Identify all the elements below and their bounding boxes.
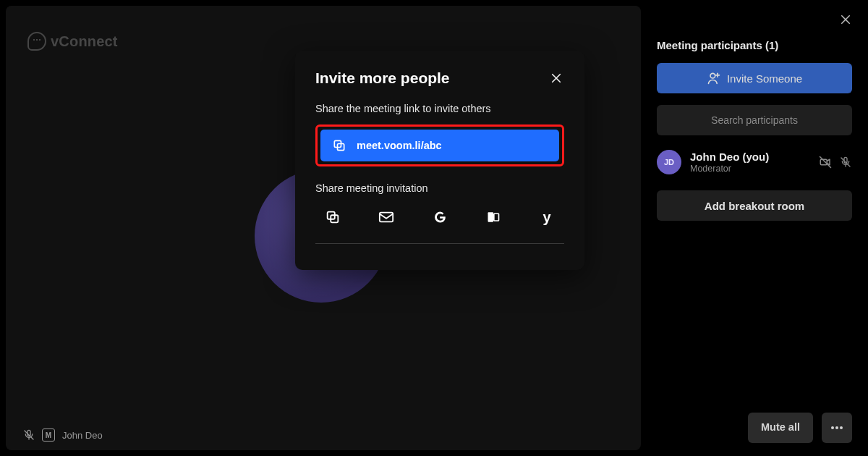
side-footer: Mute all xyxy=(657,413,852,443)
svg-rect-9 xyxy=(488,212,494,221)
add-breakout-room-button[interactable]: Add breakout room xyxy=(657,190,852,221)
participant-status-icons xyxy=(819,156,852,169)
share-icons-row: y xyxy=(315,204,564,244)
more-options-button[interactable] xyxy=(822,413,852,443)
share-outlook-button[interactable] xyxy=(483,207,503,227)
participant-name: John Deo (you) xyxy=(690,151,810,163)
copy-icon xyxy=(332,138,346,153)
meeting-link-highlight: meet.voom.li/abc xyxy=(315,124,564,166)
participant-avatar: JD xyxy=(657,150,681,174)
user-plus-icon xyxy=(707,71,721,85)
app-root: vConnect M John Deo Invite more people xyxy=(0,0,868,456)
share-invitation-label: Share meeting invitation xyxy=(315,182,564,194)
share-copy-button[interactable] xyxy=(323,207,343,227)
invite-someone-label: Invite Someone xyxy=(727,72,802,85)
panel-close-button[interactable] xyxy=(839,13,852,26)
svg-point-22 xyxy=(840,426,843,429)
mute-all-button[interactable]: Mute all xyxy=(748,413,813,443)
invite-modal: Invite more people Share the meeting lin… xyxy=(295,51,584,270)
mic-off-icon xyxy=(839,156,852,169)
participant-row: JD John Deo (you) Moderator xyxy=(657,150,852,174)
share-google-button[interactable] xyxy=(430,207,450,227)
main-panel: vConnect M John Deo Invite more people xyxy=(6,6,641,450)
meeting-link-text: meet.voom.li/abc xyxy=(357,140,442,151)
modal-header: Invite more people xyxy=(315,69,564,87)
share-email-button[interactable] xyxy=(376,207,396,227)
svg-rect-10 xyxy=(494,214,499,221)
camera-off-icon xyxy=(819,156,832,169)
breakout-label: Add breakout room xyxy=(705,200,804,212)
modal-close-button[interactable] xyxy=(548,70,564,86)
invite-someone-button[interactable]: Invite Someone xyxy=(657,63,852,93)
share-yahoo-button[interactable]: y xyxy=(537,207,557,227)
svg-point-21 xyxy=(835,426,838,429)
search-participants-input[interactable]: Search participants xyxy=(657,105,852,135)
share-link-label: Share the meeting link to invite others xyxy=(315,103,564,114)
svg-rect-8 xyxy=(380,213,393,222)
modal-title: Invite more people xyxy=(315,69,450,87)
mute-all-label: Mute all xyxy=(761,421,800,433)
participant-info: John Deo (you) Moderator xyxy=(690,151,810,174)
search-placeholder: Search participants xyxy=(711,114,798,126)
svg-point-13 xyxy=(710,73,715,78)
participants-panel: Meeting participants (1) Invite Someone … xyxy=(641,0,868,456)
participants-title: Meeting participants (1) xyxy=(657,39,852,51)
copy-meeting-link-button[interactable]: meet.voom.li/abc xyxy=(320,130,559,161)
participant-role: Moderator xyxy=(690,164,810,174)
svg-point-20 xyxy=(831,426,834,429)
